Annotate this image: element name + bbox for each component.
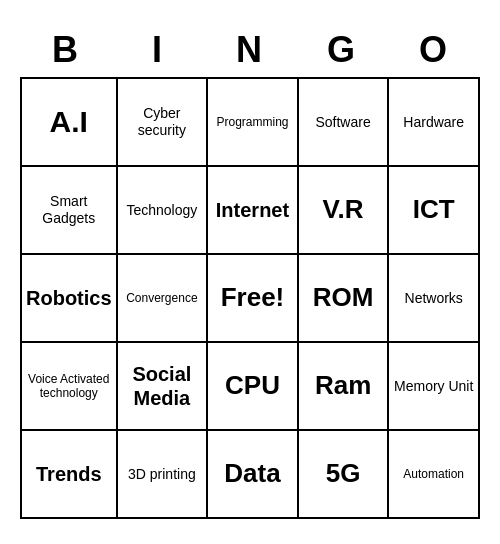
cell-text: Internet: [216, 198, 289, 222]
cell-text: 3D printing: [128, 466, 196, 483]
bingo-cell: V.R: [299, 167, 390, 255]
bingo-cell: 3D printing: [118, 431, 209, 519]
header-letter: G: [296, 25, 388, 75]
cell-text: Robotics: [26, 286, 112, 310]
header-letter: N: [204, 25, 296, 75]
cell-text: Programming: [216, 115, 288, 129]
bingo-cell: Convergence: [118, 255, 209, 343]
bingo-cell: Social Media: [118, 343, 209, 431]
bingo-cell: Voice Activated technology: [22, 343, 118, 431]
cell-text: Smart Gadgets: [26, 193, 112, 227]
bingo-cell: ICT: [389, 167, 480, 255]
cell-text: Free!: [221, 282, 285, 313]
cell-text: ROM: [313, 282, 374, 313]
cell-text: Ram: [315, 370, 371, 401]
cell-text: Memory Unit: [394, 378, 473, 395]
cell-text: V.R: [323, 194, 364, 225]
cell-text: 5G: [326, 458, 361, 489]
bingo-cell: ROM: [299, 255, 390, 343]
bingo-card: BINGO A.ICyber securityProgrammingSoftwa…: [10, 15, 490, 529]
bingo-cell: Networks: [389, 255, 480, 343]
cell-text: Cyber security: [122, 105, 203, 139]
cell-text: Voice Activated technology: [26, 372, 112, 401]
bingo-cell: Technology: [118, 167, 209, 255]
cell-text: Trends: [36, 462, 102, 486]
bingo-cell: Memory Unit: [389, 343, 480, 431]
cell-text: Networks: [405, 290, 463, 307]
header-letter: B: [20, 25, 112, 75]
header-letter: I: [112, 25, 204, 75]
bingo-cell: Robotics: [22, 255, 118, 343]
bingo-cell: Internet: [208, 167, 299, 255]
header-letter: O: [388, 25, 480, 75]
bingo-cell: Trends: [22, 431, 118, 519]
cell-text: ICT: [413, 194, 455, 225]
bingo-grid: A.ICyber securityProgrammingSoftwareHard…: [20, 77, 480, 519]
cell-text: A.I: [50, 104, 88, 140]
bingo-cell: Programming: [208, 79, 299, 167]
cell-text: CPU: [225, 370, 280, 401]
cell-text: Technology: [126, 202, 197, 219]
bingo-header: BINGO: [20, 25, 480, 75]
bingo-cell: Data: [208, 431, 299, 519]
bingo-cell: Automation: [389, 431, 480, 519]
cell-text: Software: [315, 114, 370, 131]
cell-text: Convergence: [126, 291, 197, 305]
cell-text: Hardware: [403, 114, 464, 131]
bingo-cell: 5G: [299, 431, 390, 519]
bingo-cell: Ram: [299, 343, 390, 431]
bingo-cell: Free!: [208, 255, 299, 343]
bingo-cell: A.I: [22, 79, 118, 167]
cell-text: Social Media: [122, 362, 203, 410]
bingo-cell: Hardware: [389, 79, 480, 167]
cell-text: Data: [224, 458, 280, 489]
cell-text: Automation: [403, 467, 464, 481]
bingo-cell: Software: [299, 79, 390, 167]
bingo-cell: CPU: [208, 343, 299, 431]
bingo-cell: Smart Gadgets: [22, 167, 118, 255]
bingo-cell: Cyber security: [118, 79, 209, 167]
